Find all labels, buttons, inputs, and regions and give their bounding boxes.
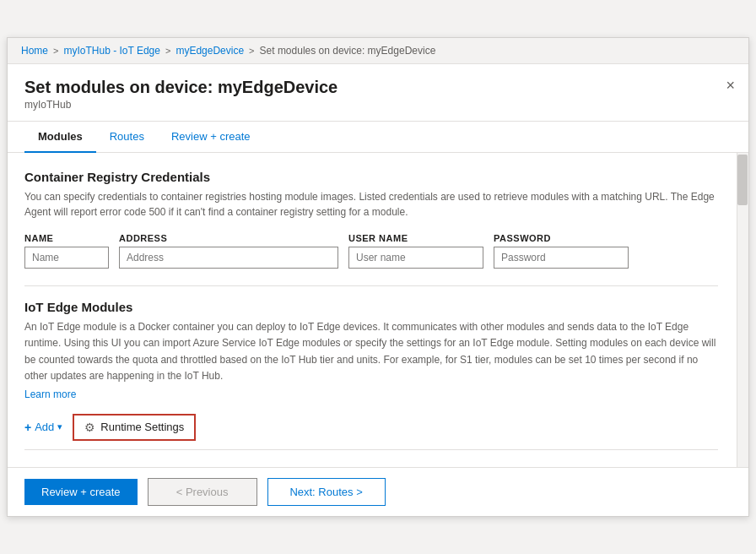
name-label: NAME bbox=[24, 233, 109, 243]
dialog-header: Set modules on device: myEdgeDevice myIo… bbox=[8, 64, 748, 122]
password-label: PASSWORD bbox=[494, 233, 629, 243]
password-input[interactable] bbox=[494, 247, 629, 269]
chevron-down-icon: ▾ bbox=[57, 421, 62, 432]
content-area: Container Registry Credentials You can s… bbox=[8, 153, 748, 467]
breadcrumb-device[interactable]: myEdgeDevice bbox=[176, 45, 244, 57]
username-label: USER NAME bbox=[348, 233, 483, 243]
container-registry-section: Container Registry Credentials You can s… bbox=[24, 170, 718, 269]
breadcrumb: Home > myIoTHub - IoT Edge > myEdgeDevic… bbox=[8, 38, 748, 64]
close-button[interactable]: × bbox=[726, 78, 735, 93]
name-input[interactable] bbox=[24, 247, 109, 269]
tab-bar: Modules Routes Review + create bbox=[8, 122, 748, 153]
iot-edge-modules-section: IoT Edge Modules An IoT Edge module is a… bbox=[24, 300, 718, 450]
breadcrumb-sep-1: > bbox=[53, 46, 58, 56]
page-subtitle: myIoTHub bbox=[24, 99, 732, 111]
section-divider bbox=[24, 285, 718, 286]
address-input[interactable] bbox=[119, 247, 338, 269]
previous-button[interactable]: < Previous bbox=[148, 478, 257, 506]
tab-modules[interactable]: Modules bbox=[24, 122, 96, 153]
username-input[interactable] bbox=[348, 247, 483, 269]
breadcrumb-current: Set modules on device: myEdgeDevice bbox=[260, 45, 436, 57]
gear-icon: ⚙ bbox=[84, 421, 95, 434]
page-title: Set modules on device: myEdgeDevice bbox=[24, 78, 732, 97]
breadcrumb-home[interactable]: Home bbox=[21, 45, 48, 57]
username-field-group: USER NAME bbox=[348, 233, 483, 269]
container-registry-desc: You can specify credentials to container… bbox=[24, 189, 718, 220]
address-label: ADDRESS bbox=[119, 233, 338, 243]
modules-toolbar: + Add ▾ ⚙ Runtime Settings bbox=[24, 414, 718, 450]
next-routes-button[interactable]: Next: Routes > bbox=[267, 478, 386, 506]
add-label: Add bbox=[35, 421, 54, 433]
container-registry-title: Container Registry Credentials bbox=[24, 170, 718, 184]
scrollbar-thumb[interactable] bbox=[737, 155, 748, 205]
iot-modules-desc: An IoT Edge module is a Docker container… bbox=[24, 319, 718, 384]
review-create-button[interactable]: Review + create bbox=[24, 479, 138, 505]
dialog-footer: Review + create < Previous Next: Routes … bbox=[8, 467, 748, 516]
runtime-settings-label: Runtime Settings bbox=[100, 421, 184, 433]
content-scroll: Container Registry Credentials You can s… bbox=[24, 170, 732, 450]
registry-form-row: NAME ADDRESS USER NAME PASSWORD bbox=[24, 233, 718, 269]
set-modules-dialog: Home > myIoTHub - IoT Edge > myEdgeDevic… bbox=[7, 37, 749, 517]
breadcrumb-sep-2: > bbox=[165, 46, 170, 56]
tab-routes[interactable]: Routes bbox=[96, 122, 158, 153]
breadcrumb-iothub[interactable]: myIoTHub - IoT Edge bbox=[63, 45, 160, 57]
learn-more-link[interactable]: Learn more bbox=[24, 388, 76, 400]
add-button[interactable]: + Add ▾ bbox=[24, 417, 62, 437]
password-field-group: PASSWORD bbox=[494, 233, 629, 269]
plus-icon: + bbox=[24, 421, 31, 434]
runtime-settings-button[interactable]: ⚙ Runtime Settings bbox=[73, 414, 196, 441]
scrollbar[interactable] bbox=[737, 153, 748, 467]
iot-modules-title: IoT Edge Modules bbox=[24, 300, 718, 314]
address-field-group: ADDRESS bbox=[119, 233, 338, 269]
breadcrumb-sep-3: > bbox=[249, 46, 254, 56]
tab-review-create[interactable]: Review + create bbox=[158, 122, 264, 153]
name-field-group: NAME bbox=[24, 233, 109, 269]
